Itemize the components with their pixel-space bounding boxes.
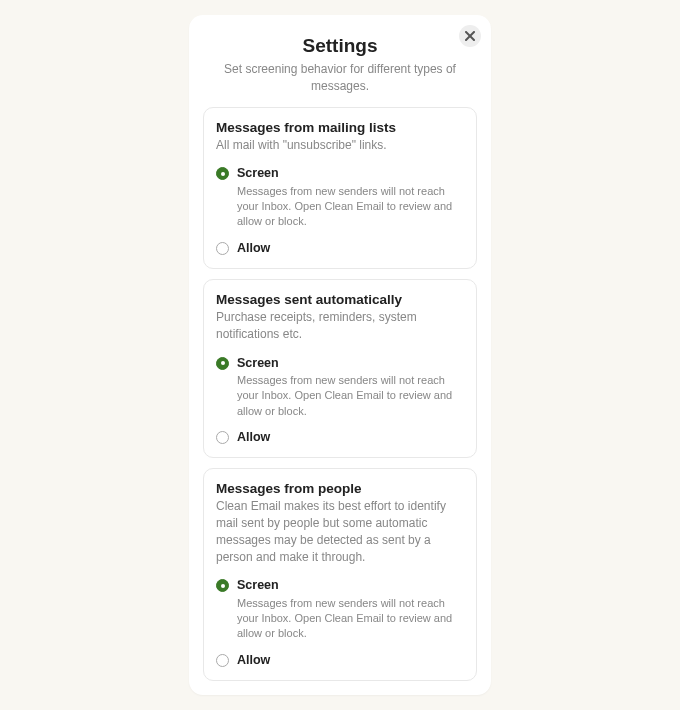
close-button[interactable]: [459, 25, 481, 47]
section-desc: Clean Email makes its best effort to ide…: [216, 498, 464, 565]
radio-label: Allow: [237, 240, 464, 256]
section-title: Messages from people: [216, 481, 464, 496]
close-icon: [465, 31, 475, 41]
section-desc: Purchase receipts, reminders, system not…: [216, 309, 464, 343]
page-subtitle: Set screening behavior for different typ…: [223, 61, 457, 95]
radio-icon: [216, 242, 229, 255]
radio-icon: [216, 654, 229, 667]
radio-desc: Messages from new senders will not reach…: [237, 373, 464, 419]
radio-content: Screen Messages from new senders will no…: [237, 355, 464, 419]
option-screen[interactable]: Screen Messages from new senders will no…: [216, 577, 464, 641]
radio-desc: Messages from new senders will not reach…: [237, 184, 464, 230]
radio-content: Allow: [237, 429, 464, 445]
option-screen[interactable]: Screen Messages from new senders will no…: [216, 355, 464, 419]
radio-content: Screen Messages from new senders will no…: [237, 165, 464, 229]
section-desc: All mail with "unsubscribe" links.: [216, 137, 464, 154]
settings-modal: Settings Set screening behavior for diff…: [189, 15, 491, 695]
option-allow[interactable]: Allow: [216, 652, 464, 668]
radio-label: Screen: [237, 577, 464, 593]
radio-label: Allow: [237, 429, 464, 445]
radio-label: Screen: [237, 355, 464, 371]
radio-content: Screen Messages from new senders will no…: [237, 577, 464, 641]
radio-icon: [216, 357, 229, 370]
section-people: Messages from people Clean Email makes i…: [203, 468, 477, 681]
option-allow[interactable]: Allow: [216, 429, 464, 445]
section-mailing-lists: Messages from mailing lists All mail wit…: [203, 107, 477, 269]
radio-icon: [216, 431, 229, 444]
option-allow[interactable]: Allow: [216, 240, 464, 256]
section-automatic: Messages sent automatically Purchase rec…: [203, 279, 477, 458]
modal-header: Settings Set screening behavior for diff…: [203, 35, 477, 95]
page-title: Settings: [223, 35, 457, 57]
radio-desc: Messages from new senders will not reach…: [237, 596, 464, 642]
radio-icon: [216, 167, 229, 180]
radio-content: Allow: [237, 652, 464, 668]
radio-content: Allow: [237, 240, 464, 256]
radio-label: Allow: [237, 652, 464, 668]
radio-label: Screen: [237, 165, 464, 181]
section-title: Messages sent automatically: [216, 292, 464, 307]
radio-icon: [216, 579, 229, 592]
option-screen[interactable]: Screen Messages from new senders will no…: [216, 165, 464, 229]
section-title: Messages from mailing lists: [216, 120, 464, 135]
